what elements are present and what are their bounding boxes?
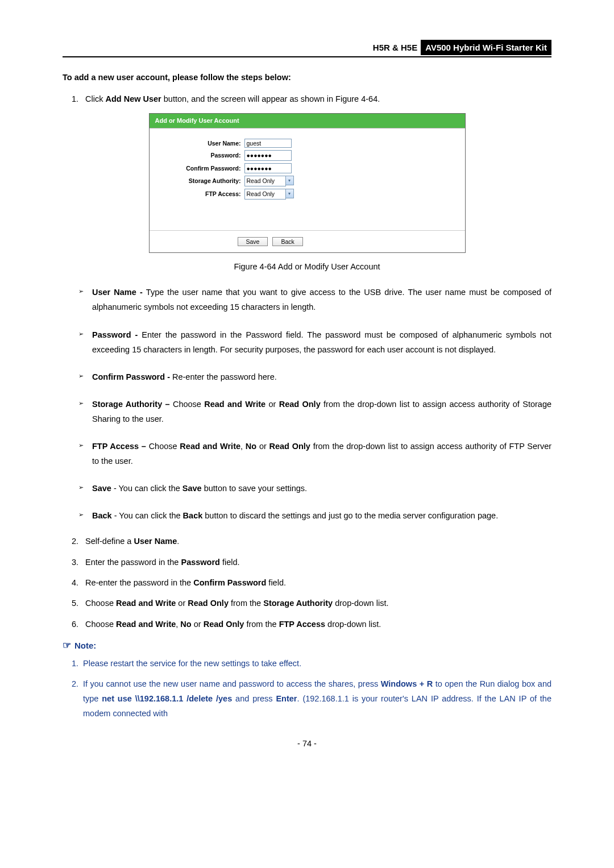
label-confirm: Confirm Password:	[159, 164, 244, 173]
figure-panel-header: Add or Modify User Account	[150, 114, 465, 128]
note-2: If you cannot use the new user name and …	[81, 676, 551, 721]
desc-storage: Storage Authority – Choose Read and Writ…	[81, 397, 551, 426]
input-password[interactable]: ●●●●●●●	[244, 150, 292, 161]
step-5: Choose Read and Write or Read Only from …	[81, 597, 551, 609]
desc-username: User Name - Type the user name that you …	[81, 285, 551, 314]
label-storage: Storage Authority:	[159, 177, 244, 185]
input-confirm[interactable]: ●●●●●●●	[244, 163, 292, 174]
kit-label: AV500 Hybrid Wi-Fi Starter Kit	[421, 40, 551, 55]
steps-list-2: Self-define a User Name. Enter the passw…	[63, 535, 551, 629]
select-storage[interactable]: Read Only ▾	[244, 176, 294, 186]
figure-screenshot: Add or Modify User Account User Name: Pa…	[149, 113, 466, 253]
desc-password: Password - Enter the password in the Pas…	[81, 327, 551, 357]
page-number: - 74 -	[63, 738, 551, 749]
note-1: Please restart the service for the new s…	[81, 656, 551, 671]
section-title: To add a new user account, please follow…	[63, 72, 551, 83]
document-header: H5R & H5E AV500 Hybrid Wi-Fi Starter Kit	[63, 40, 551, 57]
desc-back: Back - You can click the Back button to …	[81, 508, 551, 523]
save-button[interactable]: Save	[238, 237, 268, 246]
figure-panel-body: User Name: Password: ●●●●●●● Confirm Pas…	[150, 128, 465, 230]
figure-panel-footer: Save Back	[150, 230, 465, 252]
step-1: Click Add New User button, and the scree…	[81, 93, 551, 105]
label-password: Password:	[159, 151, 244, 160]
chevron-down-icon: ▾	[286, 176, 294, 185]
step-6: Choose Read and Write, No or Read Only f…	[81, 618, 551, 630]
desc-save: Save - You can click the Save button to …	[81, 481, 551, 496]
back-button[interactable]: Back	[272, 237, 302, 246]
label-ftp: FTP Access:	[159, 190, 244, 198]
step-3: Enter the password in the Password field…	[81, 556, 551, 568]
desc-confirm: Confirm Password - Re-enter the password…	[81, 369, 551, 384]
desc-ftp: FTP Access – Choose Read and Write, No o…	[81, 439, 551, 468]
label-username: User Name:	[159, 139, 244, 148]
steps-list-1: Click Add New User button, and the scree…	[63, 93, 551, 105]
field-descriptions: User Name - Type the user name that you …	[63, 285, 551, 523]
input-username[interactable]	[244, 139, 292, 148]
select-ftp[interactable]: Read Only ▾	[244, 189, 294, 200]
model-label: H5R & H5E	[373, 41, 417, 53]
step-2: Self-define a User Name.	[81, 535, 551, 547]
step-4: Re-enter the password in the Confirm Pas…	[81, 577, 551, 588]
note-list: Please restart the service for the new s…	[63, 656, 551, 721]
chevron-down-icon: ▾	[286, 189, 294, 198]
figure-caption: Figure 4-64 Add or Modify User Account	[63, 261, 551, 272]
note-header: Note:	[63, 639, 551, 653]
